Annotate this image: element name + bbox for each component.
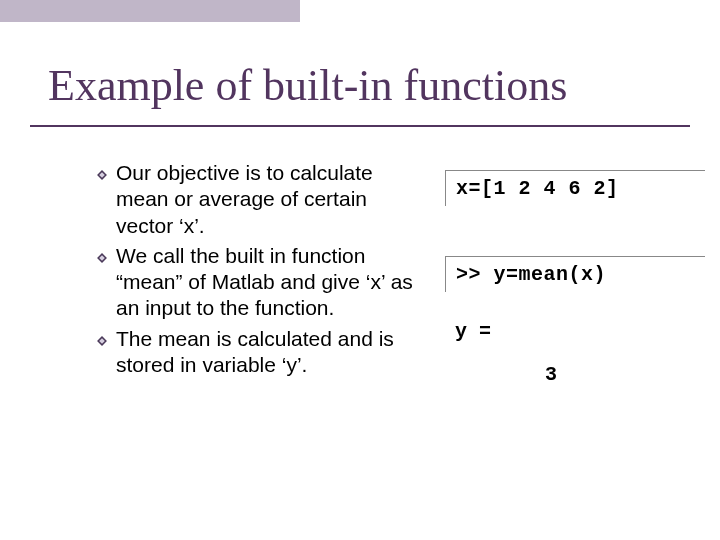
list-item: We call the built in function “mean” of … <box>96 243 426 322</box>
code-box-call: >> y=mean(x) <box>445 256 705 292</box>
code-column: x=[1 2 4 6 2] >> y=mean(x) y = 3 <box>445 170 705 386</box>
bullet-text: Our objective is to calculate mean or av… <box>116 160 426 239</box>
title-underline <box>30 125 690 127</box>
body-text-column: Our objective is to calculate mean or av… <box>96 160 426 382</box>
result-label: y = <box>455 320 705 343</box>
result-value: 3 <box>455 363 705 386</box>
diamond-bullet-icon <box>96 169 108 181</box>
code-box-assignment: x=[1 2 4 6 2] <box>445 170 705 206</box>
decorative-top-bar <box>0 0 300 22</box>
list-item: The mean is calculated and is stored in … <box>96 326 426 379</box>
diamond-bullet-icon <box>96 252 108 264</box>
slide-title: Example of built-in functions <box>48 60 567 111</box>
diamond-bullet-icon <box>96 335 108 347</box>
bullet-text: We call the built in function “mean” of … <box>116 243 426 322</box>
list-item: Our objective is to calculate mean or av… <box>96 160 426 239</box>
slide: Example of built-in functions Our object… <box>0 0 720 540</box>
code-result: y = 3 <box>445 320 705 386</box>
bullet-text: The mean is calculated and is stored in … <box>116 326 426 379</box>
